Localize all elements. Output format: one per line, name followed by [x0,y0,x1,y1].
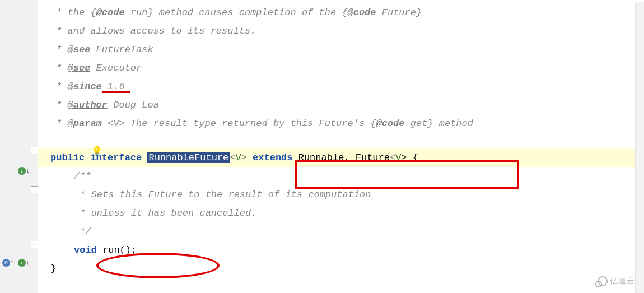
angle-bracket: < [390,152,395,163]
angle-bracket: > [241,152,247,163]
scrollbar[interactable] [635,2,644,293]
javadoc-tag: @code [348,7,376,18]
javadoc-author-value: Doug Lea [108,100,159,110]
angle-bracket: < [230,152,235,163]
type-param: V [395,152,401,163]
watermark-text: 亿速云 [610,276,635,286]
watermark: 亿速云 [598,276,635,286]
code-editor[interactable]: * the {@code run} method causes completi… [38,0,644,293]
javadoc-see-tag: @see [68,44,91,55]
javadoc-param-value: get} method [405,118,473,129]
override-marker-icon[interactable]: o↑ [2,258,15,267]
implements-marker-icon[interactable]: I↓ [18,258,30,267]
class-name: RunnableFuture [147,152,230,163]
comment-open: /** [38,171,91,182]
fold-minus-icon[interactable]: − [31,186,38,193]
type-list: Runnable, Future [293,152,390,163]
javadoc-author-tag: @author [68,100,108,110]
type-param: V [235,152,241,163]
javadoc-tag: @code [376,118,405,129]
javadoc-since-value: 1.6 [102,81,137,92]
comment-text: * Sets this Future to the result of its … [38,189,371,200]
comment-close: */ [38,226,91,237]
javadoc-tag: @code [96,7,125,18]
gutter: − I↓ − − o↑ I↓ [0,0,38,293]
keyword-public: public [50,152,85,163]
javadoc-see-tag: @see [68,63,91,73]
comment-text: * the { [50,7,96,18]
javadoc-see-value: FutureTask [90,44,153,55]
fold-minus-icon[interactable]: − [31,241,38,248]
javadoc-since-tag: @since [68,81,102,92]
fold-minus-icon[interactable]: − [31,147,38,154]
intention-bulb-icon[interactable]: 💡 [91,146,102,157]
brace-close: } [38,263,56,274]
keyword-extends: extends [253,152,292,163]
javadoc-param-tag: @param [68,118,102,129]
method-signature: run(); [97,245,137,255]
implements-marker-icon[interactable]: I↓ [18,166,30,175]
comment-text: * and allows access to its results. [38,26,256,36]
watermark-icon [598,276,608,286]
keyword-void: void [74,245,97,255]
comment-text: Future} [376,7,422,18]
javadoc-see-value: Executor [90,63,142,73]
javadoc-param-value: <V> The result type returned by this Fut… [102,118,376,129]
comment-text: * unless it has been cancelled. [38,208,256,218]
brace-open: > { [401,152,418,163]
comment-text: run} method causes completion of the { [125,7,348,18]
